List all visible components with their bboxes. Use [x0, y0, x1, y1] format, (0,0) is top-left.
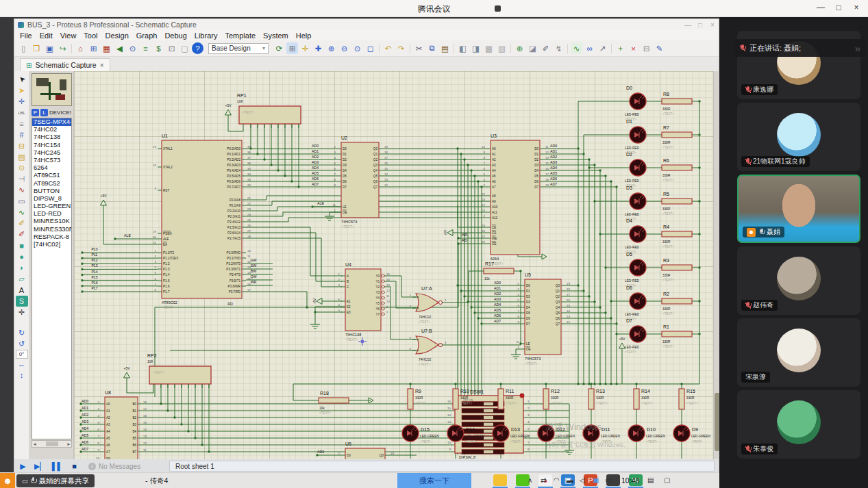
tray-icon-4[interactable]: ◁: [580, 476, 585, 484]
toolbar-icon-11[interactable]: $: [153, 42, 164, 54]
menu-help[interactable]: Help: [296, 31, 312, 40]
menu-library[interactable]: Library: [195, 31, 218, 40]
toolbar-icon-48[interactable]: ⊟: [641, 42, 652, 54]
schematic-canvas[interactable]: +5V+5V+5V+5V+5V+5VU1AT89C52<TEXT>XTAL119…: [74, 71, 713, 459]
mode-icon-18[interactable]: ▱: [16, 273, 28, 284]
proteus-close-button[interactable]: ×: [706, 21, 719, 29]
toolbar-icon-35[interactable]: ▨: [496, 42, 508, 54]
toolbar-icon-6[interactable]: ⊞: [88, 42, 99, 54]
toolbar-icon-25[interactable]: ↶: [382, 42, 394, 54]
toolbar-icon-21[interactable]: ⊖: [338, 42, 350, 54]
toolbar-icon-30[interactable]: ▤: [439, 42, 451, 54]
toolbar-icon-5[interactable]: ⌂: [75, 42, 86, 54]
mode-icon-16[interactable]: ●: [16, 251, 28, 262]
toolbar-icon-3[interactable]: ↪: [57, 42, 69, 54]
design-profile-dropdown[interactable]: Base Design▾: [208, 43, 269, 54]
tray-icon-5[interactable]: ▣: [593, 476, 599, 484]
tray2-icon-0[interactable]: ▤: [647, 476, 654, 484]
participant-tile[interactable]: 宋泉潦: [737, 318, 860, 387]
tray-icon-3[interactable]: ▬: [567, 476, 573, 484]
toolbar-icon-49[interactable]: ✎: [654, 42, 665, 54]
device-item[interactable]: MINRES330R: [32, 226, 71, 233]
maximize-button[interactable]: □: [831, 3, 846, 12]
toolbar-icon-19[interactable]: ✚: [312, 42, 324, 54]
pick-devices-button[interactable]: P: [32, 109, 39, 116]
toolbar-icon-40[interactable]: ↯: [553, 42, 565, 54]
menu-file[interactable]: File: [20, 31, 32, 40]
play-button[interactable]: ▶: [14, 460, 32, 472]
toolbar-icon-18[interactable]: ✛: [299, 42, 311, 54]
device-item[interactable]: 74HC154: [32, 142, 71, 149]
device-item[interactable]: RESPACK-8: [32, 233, 71, 241]
toolbar-icon-8[interactable]: ◀: [114, 42, 125, 54]
participant-tile[interactable]: ☻聂娟: [737, 175, 860, 243]
menu-edit[interactable]: Edit: [40, 31, 53, 40]
menu-design[interactable]: Design: [106, 31, 129, 40]
toolbar-icon-10[interactable]: ≡: [140, 42, 151, 54]
library-manager-button[interactable]: L: [40, 109, 48, 116]
step-button[interactable]: ▶▏: [32, 460, 49, 472]
mode-icon-13[interactable]: ✐: [16, 218, 28, 229]
tray-icon-2[interactable]: ◠: [554, 476, 560, 484]
mode-icon-12[interactable]: ∿: [16, 207, 28, 218]
pause-button[interactable]: ▌▌: [49, 460, 66, 472]
toolbar-icon-26[interactable]: ↷: [395, 42, 407, 54]
tab-close-icon[interactable]: ×: [100, 62, 104, 69]
mode-icon-9[interactable]: ⊣: [16, 174, 28, 185]
device-item[interactable]: 6264: [32, 164, 71, 172]
toolbar-icon-22[interactable]: ⊙: [351, 42, 363, 54]
mode-icon-4[interactable]: ≡: [16, 118, 28, 129]
toolbar-icon-16[interactable]: ⟳: [273, 42, 285, 54]
stop-button[interactable]: ■: [66, 460, 83, 472]
mode-icon-10[interactable]: ∿: [16, 185, 28, 196]
menu-system[interactable]: System: [263, 31, 288, 40]
toolbar-icon-2[interactable]: ▣: [44, 42, 55, 54]
proteus-maximize-button[interactable]: □: [694, 21, 706, 29]
scrollbar-thumb[interactable]: [46, 441, 58, 446]
toolbar-icon-0[interactable]: ▯: [18, 42, 29, 54]
menu-template[interactable]: Template: [225, 31, 256, 40]
menu-graph[interactable]: Graph: [136, 31, 158, 40]
toolbar-icon-29[interactable]: ⧉: [426, 42, 438, 54]
tray2-icon-1[interactable]: ▢: [664, 476, 670, 484]
menu-debug[interactable]: Debug: [164, 31, 186, 40]
device-item[interactable]: 7SEG-MPX4-: [32, 118, 71, 126]
device-item[interactable]: [74HC02]: [32, 241, 71, 248]
device-item[interactable]: 74HC138: [32, 133, 71, 141]
tray-icon-1[interactable]: ⇄: [541, 476, 546, 484]
toolbar-icon-23[interactable]: ◻: [364, 42, 376, 54]
participant-tile[interactable]: 朱泰俊: [737, 390, 860, 459]
toolbar-icon-12[interactable]: ⊡: [166, 42, 177, 54]
rotate-icon-0[interactable]: ↻: [16, 327, 28, 338]
toolbar-icon-13[interactable]: ▢: [179, 42, 190, 54]
mode-icon-11[interactable]: ▭: [16, 196, 28, 207]
device-item[interactable]: 74HC245: [32, 149, 71, 157]
participant-tile[interactable]: 赵伟奇: [737, 246, 860, 315]
toolbar-icon-34[interactable]: ▩: [483, 42, 495, 54]
mode-icon-6[interactable]: ⊟: [16, 140, 28, 151]
toolbar-icon-47[interactable]: ×: [628, 42, 639, 54]
schematic-overview-preview[interactable]: [32, 73, 72, 106]
toolbar-icon-9[interactable]: ⊙: [127, 42, 138, 54]
tray-icon-6[interactable]: 中: [606, 476, 612, 486]
toolbar-icon-38[interactable]: ◪: [527, 42, 538, 54]
device-item[interactable]: BUTTON: [32, 188, 71, 195]
device-item[interactable]: DIPSW_8: [32, 195, 71, 203]
toolbar-icon-32[interactable]: ◧: [457, 42, 469, 54]
proteus-minimize-button[interactable]: —: [682, 21, 694, 29]
toolbar-icon-17[interactable]: ⊞: [286, 42, 298, 54]
mode-icon-7[interactable]: ▤: [16, 151, 28, 162]
mode-icon-15[interactable]: ■: [16, 240, 28, 251]
mode-icon-14[interactable]: ✐: [16, 229, 28, 240]
toolbar-icon-28[interactable]: ✂: [413, 42, 425, 54]
tray-icon-0[interactable]: ∧: [528, 476, 532, 484]
rotate-icon-4[interactable]: ↕: [16, 370, 28, 381]
toolbar-icon-7[interactable]: ▦: [101, 42, 112, 54]
device-item[interactable]: LED-GREEN: [32, 203, 71, 210]
scroll-left-icon[interactable]: ◂: [34, 441, 36, 447]
mode-icon-5[interactable]: #: [16, 129, 28, 140]
rotate-icon-3[interactable]: ↔: [16, 359, 28, 370]
mode-icon-2[interactable]: ✛: [16, 96, 28, 107]
participant-tile[interactable]: 21物联网1寇良帅: [737, 103, 860, 171]
device-list-scrollbar[interactable]: ◂ ▸: [32, 440, 72, 448]
